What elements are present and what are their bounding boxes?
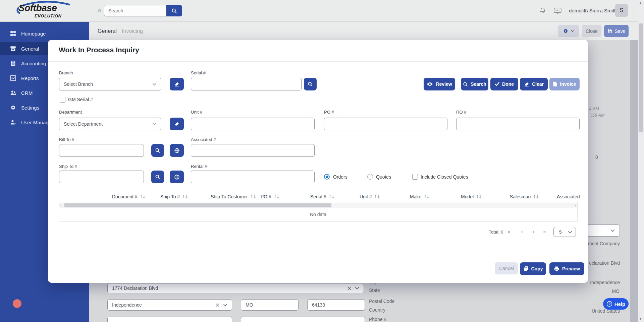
column-header-make[interactable]: Make↑↓ (410, 194, 429, 199)
branch-clear-button[interactable] (170, 78, 184, 90)
users-icon (10, 90, 16, 96)
department-clear-button[interactable] (170, 118, 184, 130)
page-settings-button[interactable] (558, 25, 579, 37)
associated-input[interactable] (191, 144, 315, 157)
done-button[interactable]: Done (490, 78, 518, 90)
serial-input[interactable] (191, 78, 302, 90)
unit-input[interactable] (191, 118, 315, 130)
shipto-search-button[interactable] (151, 171, 164, 183)
shipto-global-button[interactable] (170, 171, 184, 183)
calculator-icon (10, 60, 16, 66)
help-button[interactable]: ? Help (603, 298, 629, 310)
close-button[interactable]: Close (582, 25, 601, 37)
pager-first-icon[interactable]: « (507, 229, 511, 235)
column-header-shipto[interactable]: Ship To #↑↓ (160, 194, 187, 199)
notifications-bell-icon[interactable] (539, 7, 546, 15)
column-header-salesman[interactable]: Salesman↑↓ (510, 194, 538, 199)
messages-chat-icon[interactable] (554, 8, 562, 15)
horizontal-scrollbar-thumb[interactable] (64, 203, 331, 207)
column-header-document[interactable]: Document #↑↓ (112, 194, 145, 199)
check-icon (495, 82, 499, 86)
horizontal-scrollbar[interactable]: ‹ › (59, 203, 577, 208)
sidebar-collapse-icon[interactable]: « (98, 7, 102, 14)
tab-invoicing[interactable]: Invoicing (122, 28, 143, 34)
po-input[interactable] (324, 118, 447, 130)
cancel-button[interactable]: Cancel (495, 262, 518, 274)
chat-widget-button[interactable] (13, 299, 21, 308)
pager-next-icon[interactable]: › (533, 229, 535, 235)
top-bar (0, 0, 644, 40)
scroll-up-icon[interactable]: ▲ (639, 1, 642, 5)
invoice-button[interactable]: Invoice (549, 78, 580, 90)
sort-icon: ↑↓ (182, 194, 187, 199)
billto-global-button[interactable] (170, 144, 184, 157)
clear-button[interactable]: Clear (520, 78, 548, 90)
quotes-radio[interactable] (367, 174, 373, 180)
bg-postal-label: Postal Code (369, 299, 394, 304)
logo-text: Softbase (18, 3, 57, 13)
search-label: Search (471, 81, 486, 87)
search-icon (463, 82, 468, 87)
column-header-model[interactable]: Model↑↓ (461, 194, 481, 199)
department-select[interactable]: Select Department (59, 118, 161, 130)
app-screen: Softbase EVOLUTION « demolift\ Sierra Sm… (0, 0, 644, 322)
search-input[interactable] (104, 5, 166, 16)
chevron-down-icon (571, 30, 574, 32)
tab-general[interactable]: General (98, 28, 117, 34)
gm-serial-checkbox[interactable] (60, 97, 65, 103)
department-label: Department (59, 110, 82, 115)
search-icon (155, 148, 160, 153)
orders-radio[interactable] (324, 174, 330, 180)
global-search-button[interactable] (166, 5, 182, 16)
branch-select[interactable]: Select Branch (59, 78, 161, 90)
pager-last-icon[interactable]: » (543, 229, 546, 235)
serial-search-button[interactable] (304, 78, 317, 90)
hscroll-left-icon[interactable]: ‹ (60, 203, 62, 208)
billto-label: Bill To # (59, 137, 74, 142)
column-header-unit[interactable]: Unit #↑↓ (360, 194, 380, 199)
sidebar-item-label: Accounting (21, 61, 46, 66)
copy-button[interactable]: Copy (520, 262, 546, 275)
copy-icon (523, 266, 529, 271)
clear-x-icon[interactable] (347, 286, 352, 291)
bg-address-combobox[interactable]: 1774 Declaration Blvd (107, 283, 364, 293)
avatar[interactable]: S (615, 4, 628, 17)
column-header-shipto-customer[interactable]: Ship To Customer↑↓ (211, 194, 256, 199)
chevron-down-icon (610, 229, 615, 232)
review-button[interactable]: Review (424, 78, 455, 90)
modal-header-divider (48, 61, 588, 62)
chevron-down-icon[interactable] (223, 304, 227, 307)
column-header-po[interactable]: PO #↑↓ (261, 194, 279, 199)
sidebar-item-label: General (21, 46, 39, 52)
scroll-down-icon[interactable]: ▼ (639, 317, 642, 320)
page-size-select[interactable]: 5 (553, 227, 576, 237)
save-button[interactable]: Save (604, 25, 629, 37)
bg-extra-field[interactable] (241, 317, 365, 322)
vertical-scrollbar-thumb[interactable] (639, 23, 643, 132)
column-header-associated[interactable]: Associated (557, 194, 580, 199)
column-header-serial[interactable]: Serial #↑↓ (310, 194, 334, 199)
shipto-input[interactable] (59, 171, 144, 183)
include-closed-quotes-checkbox[interactable] (412, 174, 418, 180)
bg-state-field[interactable]: MO (241, 299, 299, 311)
pager-prev-icon[interactable]: ‹ (521, 229, 523, 235)
bg-address-fragment: eclaration Blvd (589, 260, 620, 266)
modal-footer-divider (48, 255, 588, 255)
gear-icon (10, 105, 16, 111)
bg-city-value: Independence (590, 280, 620, 285)
rental-input[interactable] (191, 171, 315, 183)
hscroll-right-icon[interactable]: › (575, 203, 576, 208)
billto-search-button[interactable] (151, 144, 164, 157)
bg-postal-field[interactable]: 64133 (307, 299, 365, 311)
sort-icon: ↑↓ (273, 194, 279, 199)
preview-button[interactable]: Preview (549, 262, 584, 275)
bg-city-combobox[interactable]: Independence (107, 299, 232, 311)
billto-input[interactable] (59, 144, 144, 157)
search-button[interactable]: Search (461, 78, 488, 90)
ro-input[interactable] (456, 118, 580, 130)
branch-select-value: Select Branch (64, 81, 93, 87)
clear-x-icon[interactable] (215, 303, 220, 307)
sidebar-item-homepage[interactable]: Homepage (0, 27, 89, 40)
chevron-down-icon[interactable] (355, 287, 359, 290)
bg-country-field[interactable] (107, 317, 232, 322)
